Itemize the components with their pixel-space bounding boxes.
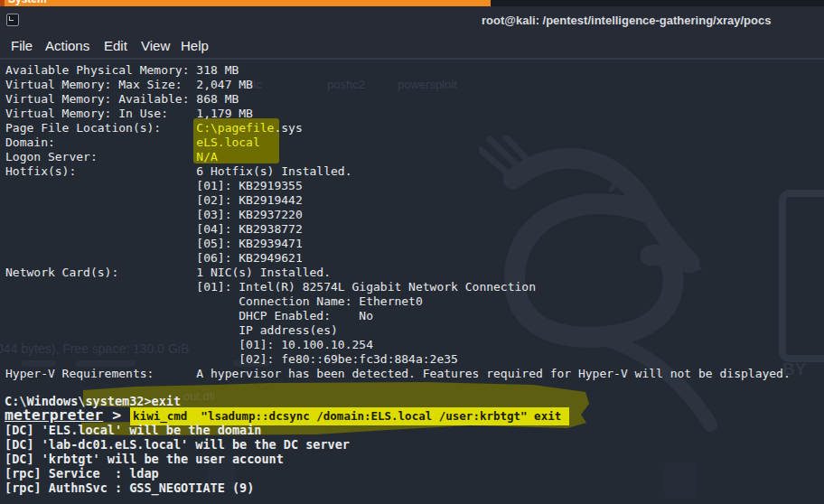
terminal-segment: Virtual Memory: In Use: 1,179 MB [5, 107, 253, 120]
terminal-line: Hotfix(s): 6 Hotfix(s) Installed. [5, 164, 791, 179]
background-outdll-label: out.dll [183, 389, 215, 403]
terminal-segment-prompt: meterpreter [5, 406, 103, 424]
terminal-line: Virtual Memory: Max Size: 2,047 MB [5, 78, 791, 92]
terminal-line: Page File Location(s): C:\pagefile.sys [5, 121, 791, 135]
terminal-line: [02]: fe80::69be:fc3d:884a:2e35 [5, 352, 791, 367]
terminal-line: Hyper-V Requirements: A hypervisor has b… [5, 367, 791, 381]
terminal-line: [06]: KB2949621 [5, 251, 791, 266]
terminal-segment: IP address(es) [5, 323, 338, 337]
terminal-line: DHCP Enabled: No [5, 309, 791, 323]
terminal-segment: [DC] 'lab-dc01.eLS.local' will be the DC… [5, 437, 350, 452]
terminal-segment: [04]: KB2938772 [5, 222, 303, 236]
terminal-segment: [01]: KB2919355 [5, 179, 303, 192]
terminal-line: Available Physical Memory: 318 MB [5, 63, 791, 78]
system-banner-accent [0, 0, 5, 6]
background-system-banner: System [0, 0, 491, 6]
terminal-line: [01]: Intel(R) 82574L Gigabit Network Co… [5, 280, 791, 294]
terminal-line: Virtual Memory: In Use: 1,179 MB [5, 107, 791, 121]
terminal-segment: [03]: KB2937220 [5, 208, 303, 221]
terminal-segment: Connection Name: Ethernet0 [5, 294, 423, 308]
terminal-segment-hl-val: N/A [196, 150, 217, 163]
terminal-segment: [DC] 'krbtgt' will be the user account [5, 452, 284, 466]
terminal-segment: Virtual Memory: Max Size: 2,047 MB [5, 78, 253, 91]
terminal-segment: Network Card(s): 1 NIC(s) Installed. [5, 266, 331, 279]
kali-desktop: { "window": { "system_banner": "System",… [0, 0, 824, 504]
terminal-output-bottom: C:\Windows\system32>exitmeterpreter > ki… [5, 394, 569, 495]
terminal-segment: Hotfix(s): 6 Hotfix(s) Installed. [5, 164, 352, 178]
terminal-segment: Logon Server: [5, 150, 196, 163]
terminal-segment: [02]: KB2919442 [5, 193, 303, 207]
terminal-segment: [01]: Intel(R) 82574L Gigabit Network Co… [5, 280, 536, 294]
terminal-segment: Available Physical Memory: 318 MB [5, 63, 239, 77]
terminal-line: [04]: KB2938772 [5, 222, 791, 237]
terminal-segment-hl-val: C:\pagefile [196, 121, 274, 135]
terminal-segment: [rpc] AuthnSvc : GSS_NEGOTIATE (9) [5, 481, 254, 495]
terminal-line: [DC] 'lab-dc01.eLS.local' will be the DC… [5, 437, 569, 452]
terminal-line: [01]: 10.100.10.254 [5, 338, 791, 352]
terminal-line: Virtual Memory: Available: 868 MB [5, 92, 791, 107]
terminal-segment: [DC] 'ELS.local' will be the domain [5, 423, 261, 437]
terminal-line: [rpc] Service : ldap [5, 466, 569, 481]
terminal-segment: Virtual Memory: Available: 868 MB [5, 92, 239, 106]
terminal-segment: [rpc] Service : ldap [5, 466, 159, 481]
terminal-segment-prompt-sep: > [103, 406, 130, 424]
terminal-line: Logon Server: N/A [5, 150, 791, 164]
terminal-line: [03]: KB2937220 [5, 208, 791, 222]
terminal-segment: [02]: fe80::69be:fc3d:884a:2e35 [5, 352, 458, 366]
terminal-line: Connection Name: Ethernet0 [5, 294, 791, 309]
terminal-segment: Page File Location(s): [5, 121, 196, 135]
background-top-strip [491, 0, 824, 6]
terminal-segment: Domain: [5, 135, 196, 149]
terminal-line: Network Card(s): 1 NIC(s) Installed. [5, 266, 791, 280]
terminal-segment: [06]: KB2949621 [5, 251, 303, 265]
system-banner-label: System [8, 0, 47, 5]
terminal-line: [01]: KB2919355 [5, 179, 791, 193]
terminal-line: [05]: KB2939471 [5, 237, 791, 251]
terminal-line: [02]: KB2919442 [5, 193, 791, 208]
terminal-line: meterpreter > kiwi_cmd "lsadump::dcsync … [5, 408, 569, 423]
terminal-segment: .sys [274, 121, 302, 135]
terminal-segment-hl-val: eLS.local [196, 135, 259, 149]
terminal-line: [rpc] AuthnSvc : GSS_NEGOTIATE (9) [5, 481, 569, 495]
terminal-segment: DHCP Enabled: No [5, 309, 373, 322]
terminal-segment: [01]: 10.100.10.254 [5, 338, 373, 351]
terminal-output-top: Available Physical Memory: 318 MBVirtual… [5, 63, 791, 381]
terminal-segment: Hyper-V Requirements: A hypervisor has b… [5, 367, 791, 380]
terminal-line: Domain: eLS.local [5, 135, 791, 150]
terminal-line: IP address(es) [5, 323, 791, 338]
terminal-segment: [05]: KB2939471 [5, 237, 303, 250]
terminal-line: [DC] 'krbtgt' will be the user account [5, 452, 569, 466]
